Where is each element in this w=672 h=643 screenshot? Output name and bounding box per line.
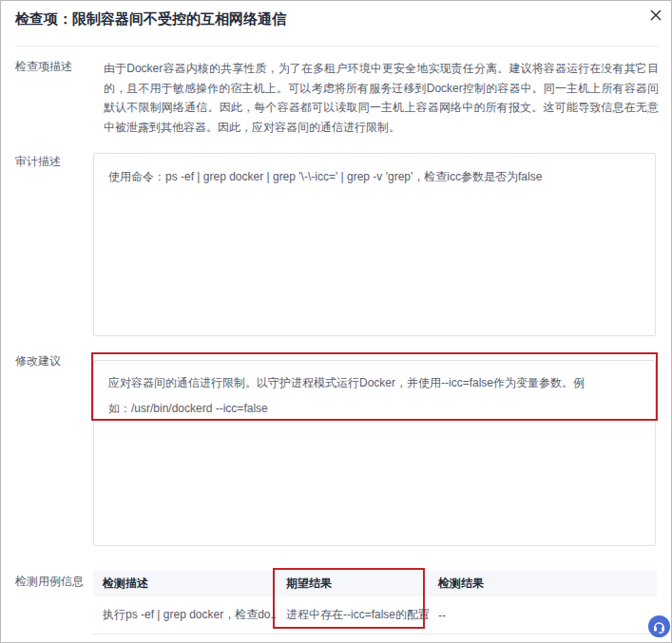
column-header-detect-result: 检测结果	[429, 576, 657, 592]
suggestion-box: 应对容器间的通信进行限制。以守护进程模式运行Docker，并使用--icc=fa…	[93, 360, 656, 546]
test-case-table: 检测描述 期望结果 检测结果 执行ps -ef | grep docker，检查…	[93, 571, 657, 634]
audit-description-box: 使用命令：ps -ef | grep docker | grep '\-\-ic…	[93, 153, 656, 336]
cell-expected-result: 进程中存在--icc=false的配置	[277, 607, 429, 623]
check-item-dialog: 检查项：限制容器间不受控的互相网络通信 检查项描述 由于Docker容器内核的共…	[0, 0, 672, 643]
table-header-row: 检测描述 期望结果 检测结果	[93, 571, 657, 596]
cell-detect-result: --	[429, 609, 657, 622]
section-label-check-item-desc: 检查项描述	[15, 59, 101, 74]
support-button[interactable]	[648, 615, 670, 637]
table-row: 执行ps -ef | grep docker，检查do... 进程中存在--ic…	[93, 596, 657, 634]
check-item-description-text: 由于Docker容器内核的共享性质，为了在多租户环境中更安全地实现责任分离。建议…	[104, 59, 659, 137]
suggestion-text: 应对容器间的通信进行限制。以守护进程模式运行Docker，并使用--icc=fa…	[94, 361, 655, 431]
column-header-detect-desc: 检测描述	[93, 576, 277, 592]
close-icon[interactable]	[647, 7, 664, 24]
section-label-audit-desc: 审计描述	[15, 154, 101, 169]
section-label-test-case-info: 检测用例信息	[15, 574, 101, 589]
section-label-suggestion: 修改建议	[15, 353, 101, 369]
audit-description-text: 使用命令：ps -ef | grep docker | grep '\-\-ic…	[94, 154, 655, 199]
dialog-title: 检查项：限制容器间不受控的互相网络通信	[15, 10, 286, 28]
cell-detect-desc: 执行ps -ef | grep docker，检查do...	[93, 607, 277, 623]
title-divider	[15, 46, 659, 47]
headset-icon	[652, 619, 666, 634]
column-header-expected-result: 期望结果	[277, 576, 429, 592]
